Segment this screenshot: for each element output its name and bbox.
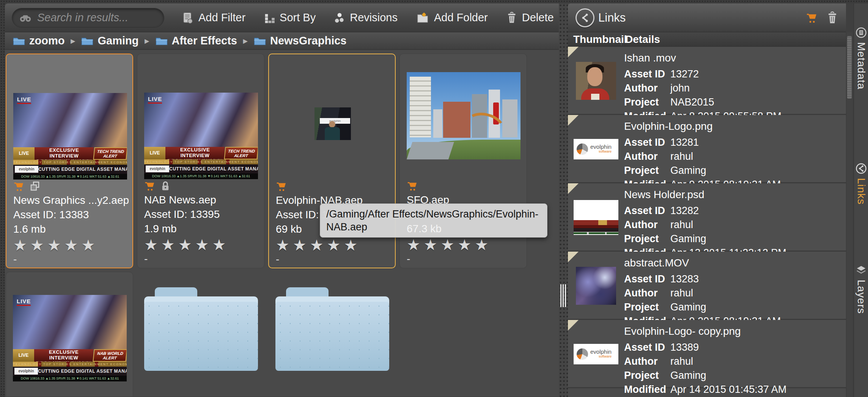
asset-card-news-row2[interactable]: LIVE LIVE EXCLUSIVE INTERVIEWEVOLPHIN SO… [6, 272, 133, 397]
linked-asset-name: Evolphin-Logo- copy.png [624, 325, 844, 338]
revisions-label: Revisions [350, 11, 398, 24]
main-column: Add Filter Sort By Revisions [5, 3, 559, 397]
field-value: 13389 [670, 340, 699, 354]
news-video-thumbnail: LIVE LIVE EXCLUSIVE INTERVIEWEVOLPHIN SO… [13, 93, 127, 180]
asset-card-nab-news[interactable]: LIVE LIVE EXCLUSIVE INTERVIEWEVOLPHIN SO… [137, 54, 264, 268]
thumbnail [571, 189, 621, 246]
scrollbar-thumb[interactable] [847, 36, 852, 99]
list-item[interactable]: Ishan .mov Asset ID13272 Authorjohn Proj… [568, 47, 846, 115]
news-video-thumbnail: LIVE LIVE EXCLUSIVE INTERVIEWEVOLPHIN SO… [144, 93, 258, 179]
folder-icon-large [275, 287, 389, 371]
folder-item[interactable] [268, 272, 396, 397]
add-filter-button[interactable]: Add Filter [173, 6, 255, 29]
cart-icon [13, 180, 25, 192]
linked-asset-name: News Holder.psd [624, 188, 844, 202]
thumbnail: evolphinsoftware [571, 325, 621, 383]
breadcrumb-separator: ▸ [243, 36, 247, 46]
add-folder-button[interactable]: Add Folder [407, 6, 497, 29]
news-video-thumbnail: LIVE LIVE EXCLUSIVE INTERVIEWEVOLPHIN SO… [13, 295, 127, 381]
asset-id: Asset ID: 13395 [144, 207, 260, 222]
field-value: 13282 [670, 204, 699, 218]
list-item[interactable]: News Holder.psd Asset ID13282 Authorrahu… [568, 183, 846, 252]
add-folder-label: Add Folder [434, 11, 488, 24]
search-box[interactable] [12, 8, 164, 28]
breadcrumb-item-newsgraphics[interactable]: NewsGraphics [253, 35, 346, 47]
window-left-texture [0, 0, 5, 397]
abstract-video-thumbnail [576, 267, 616, 305]
revisions-button[interactable]: Revisions [325, 6, 407, 29]
breadcrumb-item-zoomo[interactable]: zoomo [13, 35, 64, 47]
splitter-handle[interactable] [560, 284, 566, 307]
breadcrumb-separator: ▸ [71, 36, 75, 46]
back-link-icon[interactable] [576, 8, 594, 27]
breadcrumb-item-gaming[interactable]: Gaming [81, 35, 138, 47]
rating-stars[interactable]: ★★★★★ [276, 236, 391, 254]
thumbnail: evolphinsoftware [571, 120, 621, 178]
folder-icon [13, 36, 25, 46]
folder-icon [81, 36, 94, 46]
evolphin-logo-thumbnail: evolphinsoftware [574, 139, 618, 159]
sort-icon [264, 12, 275, 24]
breadcrumb-separator: ▸ [145, 36, 149, 46]
delete-button[interactable]: Delete [497, 6, 563, 29]
tab-links[interactable]: Links [854, 163, 868, 205]
news-holder-thumbnail [574, 200, 618, 235]
field-value: Gaming [670, 164, 706, 178]
links-rows: Ishan .mov Asset ID13272 Authorjohn Proj… [568, 47, 846, 397]
binoculars-search-icon [19, 12, 32, 24]
rating-stars[interactable]: ★★★★★ [144, 236, 260, 254]
links-scrollbar[interactable] [846, 32, 852, 397]
evolphin-logo-thumbnail: evolphinsoftware [574, 344, 618, 364]
field-value: john [670, 81, 690, 95]
field-value: rahul [670, 150, 693, 164]
asset-name: NAB News.aep [144, 193, 260, 207]
tab-metadata[interactable]: Metadata [854, 27, 868, 90]
sort-by-button[interactable]: Sort By [255, 6, 325, 29]
links-panel-header: Links [568, 3, 846, 32]
field-value: rahul [670, 354, 693, 369]
links-icon [855, 163, 867, 174]
thumbnail [571, 52, 621, 110]
rating-empty: - [13, 254, 129, 265]
cart-icon [275, 396, 287, 397]
panel-splitter[interactable] [559, 3, 568, 397]
cart-icon [144, 396, 156, 397]
rating-stars[interactable]: ★★★★★ [13, 236, 129, 254]
sfo-photo-thumbnail [407, 72, 520, 159]
field-value: rahul [670, 286, 693, 300]
asset-card-news-graphics[interactable]: LIVE LIVE EXCLUSIVE INTERVIEWEVOLPHIN SO… [6, 54, 133, 268]
tab-layers[interactable]: Layers [854, 265, 868, 314]
copy-icon [29, 396, 40, 397]
asset-name: News Graphics ...y2.aep [13, 193, 129, 208]
column-details: Details [621, 33, 846, 46]
add-filter-label: Add Filter [198, 11, 245, 24]
metadata-icon [855, 27, 867, 38]
breadcrumb-item-after-effects[interactable]: After Effects [155, 35, 237, 47]
trash-icon [506, 11, 517, 24]
asset-grid: LIVE LIVE EXCLUSIVE INTERVIEWEVOLPHIN SO… [5, 50, 559, 397]
asset-id: Asset ID: 13383 [13, 208, 129, 222]
linked-asset-name: Evolphin-Logo.png [624, 120, 844, 133]
links-column-headers: Thumbnail Details [568, 32, 846, 47]
list-item[interactable]: evolphinsoftware Evolphin-Logo.png Asset… [568, 115, 846, 183]
delete-label: Delete [522, 11, 554, 24]
cart-icon [144, 180, 156, 192]
add-folder-icon [416, 11, 429, 24]
folder-item[interactable] [137, 272, 264, 397]
cart-icon[interactable] [806, 11, 818, 24]
field-value: Gaming [670, 369, 706, 383]
field-value: Gaming [670, 232, 706, 246]
asset-size: 67.3 kb [407, 222, 523, 236]
filter-icon [182, 11, 194, 24]
asset-size: 1.9 mb [144, 222, 260, 236]
rating-stars[interactable]: ★★★★★ [407, 236, 523, 254]
list-item[interactable]: abstract.MOV Asset ID13283 Authorrahul P… [568, 252, 846, 320]
field-value: rahul [670, 218, 693, 232]
field-value: NAB2015 [670, 95, 714, 109]
list-item[interactable]: evolphinsoftware Evolphin-Logo- copy.png… [568, 320, 846, 388]
trash-icon[interactable] [826, 11, 838, 25]
rating-empty: - [144, 254, 260, 264]
toolbar: Add Filter Sort By Revisions [5, 3, 559, 32]
cart-icon [276, 180, 287, 192]
search-input[interactable] [37, 11, 182, 24]
